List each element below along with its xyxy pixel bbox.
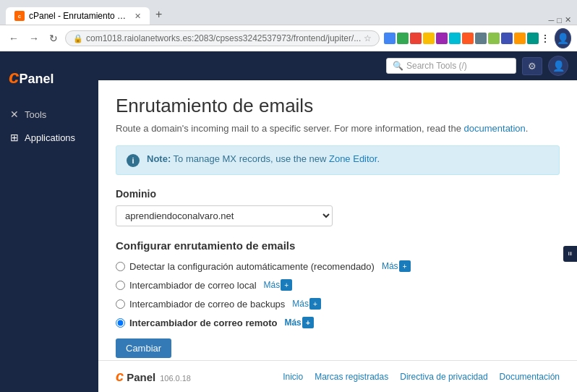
footer-cpanel-c: c <box>116 368 124 385</box>
ext-icon-7[interactable] <box>462 33 474 44</box>
footer-link-privacidad[interactable]: Directiva de privacidad <box>400 372 487 382</box>
radio-item-auto: Detectar la configuración automáticament… <box>116 260 560 272</box>
user-avatar-button[interactable]: 👤 <box>555 28 571 48</box>
radio-remote-label[interactable]: Intercambiador de correo remoto <box>129 318 277 328</box>
side-widget[interactable]: ≡ <box>563 246 577 262</box>
cambiar-button[interactable]: Cambiar <box>116 338 171 358</box>
footer-link-inicio[interactable]: Inicio <box>283 372 303 382</box>
mas-text-auto: Más <box>382 261 398 271</box>
forward-button[interactable]: → <box>26 31 42 46</box>
mas-box-backup: + <box>309 298 321 310</box>
mas-link-backup[interactable]: Más + <box>292 298 321 310</box>
info-note-bold: Note: <box>147 153 171 164</box>
domain-label: Dominio <box>116 188 560 200</box>
radio-backup-label[interactable]: Intercambiador de correo de backups <box>129 299 285 310</box>
tab-bar: c cPanel - Enrutamiento de emails ✕ + ─ … <box>0 0 577 25</box>
url-input[interactable]: 🔒 com1018.raiolanetworks.es:2083/cpsess3… <box>65 30 380 46</box>
sidebar: c Panel ✕ Tools ⊞ Applications <box>0 51 98 392</box>
ext-icon-5[interactable] <box>436 33 448 44</box>
mas-text-remote: Más <box>284 318 301 328</box>
address-bar: ← → ↻ 🔒 com1018.raiolanetworks.es:2083/c… <box>0 25 577 51</box>
app-body: c Panel ✕ Tools ⊞ Applications 🔍 Search … <box>0 51 577 392</box>
sidebar-item-label-tools: Tools <box>25 109 46 120</box>
footer-logo-area: c Panel 106.0.18 <box>116 368 191 385</box>
sidebar-item-label-applications: Applications <box>25 132 75 143</box>
radio-remote[interactable] <box>116 318 125 328</box>
content-wrapper: Enrutamiento de emails Route a domain's … <box>98 80 577 392</box>
cpanel-brand: c <box>9 66 19 88</box>
ext-icon-12[interactable] <box>527 33 539 44</box>
minimize-button[interactable]: ─ <box>549 16 555 25</box>
browser-chrome: c cPanel - Enrutamiento de emails ✕ + ─ … <box>0 0 577 51</box>
extensions-icon[interactable]: ⋮ <box>540 33 550 44</box>
mas-box-local: + <box>281 279 292 291</box>
ext-icon-8[interactable] <box>475 33 487 44</box>
footer-cpanel-panel: Panel <box>127 371 155 383</box>
tab-favicon: c <box>14 11 25 21</box>
ext-icon-10[interactable] <box>501 33 513 44</box>
mas-text-backup: Más <box>292 299 309 309</box>
ext-icon-1[interactable] <box>384 33 396 44</box>
settings-button[interactable]: ⚙ <box>522 57 542 75</box>
tab-close-button[interactable]: ✕ <box>134 12 141 21</box>
footer-link-marcas[interactable]: Marcas registradas <box>315 372 388 382</box>
refresh-button[interactable]: ↻ <box>46 31 61 46</box>
applications-icon: ⊞ <box>10 132 19 143</box>
info-note-body: To manage MX records, use the new <box>174 153 327 164</box>
info-box: i Note: To manage MX records, use the ne… <box>116 145 560 175</box>
search-tools-box[interactable]: 🔍 Search Tools (/) <box>386 58 516 74</box>
routing-options: Detectar la configuración automáticament… <box>116 260 560 328</box>
page-title: Enrutamiento de emails <box>116 95 560 117</box>
page-desc-text: Route a domain's incoming mail to a spec… <box>116 123 461 134</box>
radio-item-local: Intercambiador de correo local Más + <box>116 279 560 291</box>
info-icon: i <box>127 154 140 167</box>
tab-label: cPanel - Enrutamiento de emails <box>29 11 130 21</box>
maximize-button[interactable]: □ <box>557 16 562 25</box>
documentation-link[interactable]: documentation <box>464 123 526 134</box>
star-icon[interactable]: ☆ <box>364 33 372 43</box>
active-tab[interactable]: c cPanel - Enrutamiento de emails ✕ <box>6 7 150 25</box>
top-bar: 🔍 Search Tools (/) ⚙ 👤 <box>98 51 577 80</box>
zone-editor-link[interactable]: Zone Editor <box>329 153 377 164</box>
mas-link-remote[interactable]: Más + <box>284 317 313 328</box>
radio-auto[interactable] <box>116 262 125 271</box>
ext-icon-9[interactable] <box>488 33 500 44</box>
radio-local-label[interactable]: Intercambiador de correo local <box>129 280 257 291</box>
sidebar-item-tools[interactable]: ✕ Tools <box>0 103 98 126</box>
radio-item-backup: Intercambiador de correo de backups Más … <box>116 298 560 310</box>
close-window-button[interactable]: ✕ <box>565 15 571 25</box>
cpanel-brand-text: Panel <box>19 72 54 87</box>
ext-icon-2[interactable] <box>397 33 409 44</box>
main-content: Enrutamiento de emails Route a domain's … <box>98 80 577 360</box>
ext-icon-3[interactable] <box>410 33 422 44</box>
footer-link-docs[interactable]: Documentación <box>500 372 560 382</box>
url-text: com1018.raiolanetworks.es:2083/cpsess324… <box>86 33 361 43</box>
main-area: 🔍 Search Tools (/) ⚙ 👤 Enrutamiento de e… <box>98 51 577 392</box>
radio-backup[interactable] <box>116 299 125 309</box>
cpanel-logo: c Panel <box>0 59 98 103</box>
config-section-label: Configurar enrutamiento de emails <box>116 239 560 252</box>
ext-icon-4[interactable] <box>423 33 435 44</box>
back-button[interactable]: ← <box>6 31 22 46</box>
footer-version: 106.0.18 <box>160 374 191 383</box>
lock-icon: 🔒 <box>73 34 83 43</box>
mas-text-local: Más <box>264 280 281 290</box>
search-placeholder-text: Search Tools (/) <box>406 61 467 71</box>
mas-box-remote: + <box>302 317 314 328</box>
mas-box-auto: + <box>399 260 411 272</box>
tools-icon: ✕ <box>10 108 19 120</box>
search-icon: 🔍 <box>393 61 403 71</box>
radio-local[interactable] <box>116 281 125 290</box>
ext-icon-11[interactable] <box>514 33 526 44</box>
footer: c Panel 106.0.18 Inicio Marcas registrad… <box>98 360 577 392</box>
domain-select[interactable]: aprendiendoconalvaro.net <box>116 205 333 226</box>
footer-links: Inicio Marcas registradas Directiva de p… <box>283 372 560 382</box>
new-tab-button[interactable]: + <box>150 4 168 25</box>
mas-link-auto[interactable]: Más + <box>382 260 411 272</box>
sidebar-item-applications[interactable]: ⊞ Applications <box>0 126 98 149</box>
ext-icon-6[interactable] <box>449 33 461 44</box>
mas-link-local[interactable]: Más + <box>264 279 293 291</box>
top-user-avatar[interactable]: 👤 <box>548 56 568 76</box>
info-box-text: Note: To manage MX records, use the new … <box>147 153 380 164</box>
radio-auto-label[interactable]: Detectar la configuración automáticament… <box>129 261 375 272</box>
